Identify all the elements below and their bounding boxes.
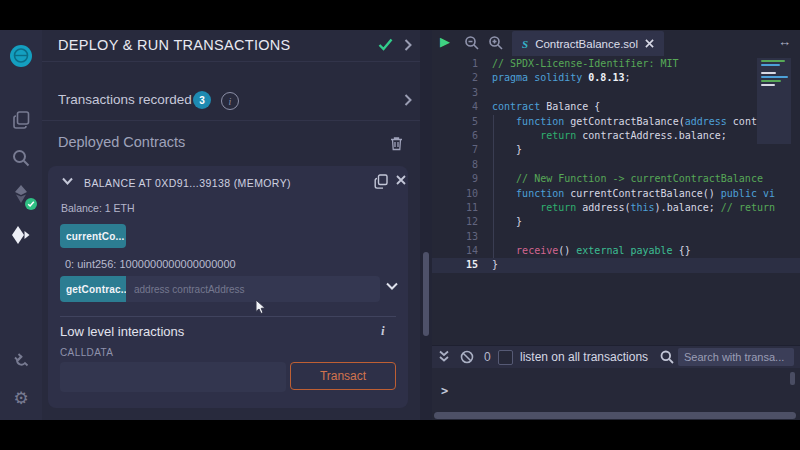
listen-transactions-label: listen on all transactions (520, 350, 648, 364)
divider (42, 61, 420, 62)
terminal-toolbar: 0 listen on all transactions (432, 345, 800, 369)
remix-logo[interactable] (0, 40, 42, 74)
panel-header: DEPLOY & RUN TRANSACTIONS (42, 30, 420, 61)
compiled-check-badge (25, 198, 37, 210)
tab-label: ContractBalance.sol (535, 38, 638, 50)
plugin-manager-icon[interactable] (0, 348, 42, 372)
chevron-down-icon[interactable] (386, 282, 398, 290)
code-lines[interactable]: 1// SPDX-License-Identifier: MIT2pragma … (432, 57, 800, 273)
code-line[interactable]: 11 return address(this).balance; // retu… (432, 201, 800, 215)
listen-transactions-checkbox[interactable] (498, 350, 513, 365)
panel-title: DEPLOY & RUN TRANSACTIONS (58, 37, 291, 53)
solidity-compiler-icon[interactable] (0, 182, 42, 208)
line-number: 3 (432, 86, 492, 100)
chevron-right-icon[interactable] (404, 39, 412, 51)
terminal-prompt: > (441, 384, 448, 398)
contract-balance-label: Balance: 1 ETH (61, 202, 135, 214)
divider (42, 120, 420, 121)
settings-gear-icon[interactable]: ⚙ (0, 386, 42, 410)
calldata-input[interactable] (60, 362, 286, 392)
code-line[interactable]: 6 return contractAddress.balance; (432, 129, 800, 143)
line-number: 8 (432, 158, 492, 172)
panel-scrollbar-thumb[interactable] (423, 252, 429, 336)
code-line[interactable]: 5 function getContractBalance(address co… (432, 115, 800, 129)
line-number: 1 (432, 57, 492, 71)
tab-contractbalance-sol[interactable]: S ContractBalance.sol (512, 31, 664, 56)
transactions-recorded-row[interactable]: Transactions recorded 3 i (42, 82, 420, 120)
deploy-run-panel: DEPLOY & RUN TRANSACTIONS Transactions r… (42, 30, 420, 416)
pending-transactions-count: 0 (484, 350, 491, 364)
code-line[interactable]: 3 (432, 86, 800, 100)
info-icon[interactable]: i (381, 323, 385, 339)
transact-button[interactable]: Transact (290, 362, 396, 390)
copy-icon[interactable] (374, 174, 388, 189)
line-number: 9 (432, 172, 492, 186)
code-line[interactable]: 14 receive() external payable {} (432, 244, 800, 258)
search-icon[interactable] (0, 146, 42, 170)
chevron-right-icon[interactable] (404, 94, 412, 106)
transactions-recorded-label: Transactions recorded (58, 92, 192, 107)
code-line[interactable]: 8 (432, 158, 800, 172)
zoom-in-icon[interactable] (488, 35, 504, 51)
current-contract-balance-button[interactable]: currentCo... (60, 224, 126, 248)
function-output-value: 0: uint256: 1000000000000000000 (65, 258, 236, 270)
editor-pane: ▶ S ContractBalance.sol (432, 30, 800, 420)
contract-address-input[interactable] (126, 276, 380, 302)
line-number: 14 (432, 244, 492, 258)
trash-icon[interactable] (390, 136, 403, 151)
chevron-down-icon[interactable] (62, 177, 73, 185)
minimap[interactable] (757, 58, 791, 144)
transactions-count-badge: 3 (193, 91, 211, 109)
code-line[interactable]: 1// SPDX-License-Identifier: MIT (432, 57, 800, 71)
double-chevron-down-icon[interactable] (438, 350, 450, 363)
line-number: 4 (432, 100, 492, 114)
tab-close-icon[interactable] (645, 39, 654, 48)
get-contract-balance-row: getContrac... (60, 276, 380, 302)
code-line[interactable]: 12 } (432, 215, 800, 229)
line-number: 12 (432, 215, 492, 229)
code-line[interactable]: 7 } (432, 143, 800, 157)
solidity-file-icon: S (522, 38, 528, 50)
line-number: 15 (432, 258, 492, 272)
editor-toolbar: ▶ S ContractBalance.sol (432, 30, 800, 56)
play-icon[interactable]: ▶ (440, 34, 450, 49)
code-line[interactable]: 10 function currentContractBalance() pub… (432, 187, 800, 201)
divider (60, 316, 396, 317)
zoom-out-icon[interactable] (464, 35, 480, 51)
terminal-body[interactable]: > (432, 368, 800, 412)
block-icon[interactable] (460, 350, 474, 364)
line-number: 7 (432, 143, 492, 157)
resize-horizontal-icon[interactable]: ↔ (778, 34, 791, 49)
contract-instance-title[interactable]: BALANCE AT 0XD91...39138 (MEMORY) (84, 177, 291, 189)
code-line[interactable]: 13 (432, 230, 800, 244)
mouse-cursor (254, 299, 268, 315)
code-line[interactable]: 4contract Balance { (432, 100, 800, 114)
code-line[interactable]: 15} (432, 258, 800, 272)
deploy-run-icon[interactable] (0, 222, 42, 248)
screen: ⚙ DEPLOY & RUN TRANSACTIONS Transactions… (0, 0, 800, 450)
calldata-label: CALLDATA (60, 347, 113, 358)
panel-scrollbar-track (420, 30, 432, 420)
code-line[interactable]: 2pragma solidity 0.8.13; (432, 71, 800, 85)
get-contract-balance-button[interactable]: getContrac... (60, 276, 126, 302)
code-line[interactable]: 9 // New Function -> currentContractBala… (432, 172, 800, 186)
line-number: 2 (432, 71, 492, 85)
remix-app-window: ⚙ DEPLOY & RUN TRANSACTIONS Transactions… (0, 30, 800, 420)
deployed-contracts-heading: Deployed Contracts (58, 134, 185, 150)
deployed-contract-card: BALANCE AT 0XD91...39138 (MEMORY) Balanc… (48, 166, 408, 408)
line-number: 13 (432, 230, 492, 244)
line-number: 10 (432, 187, 492, 201)
info-icon[interactable]: i (221, 92, 239, 110)
line-number: 6 (432, 129, 492, 143)
terminal-search-input[interactable] (678, 348, 794, 366)
horizontal-scrollbar-thumb[interactable] (434, 412, 796, 419)
icon-sidebar: ⚙ (0, 30, 42, 420)
line-number: 11 (432, 201, 492, 215)
low-level-interactions-title: Low level interactions (60, 324, 184, 339)
search-icon (660, 350, 674, 364)
close-icon[interactable] (396, 175, 406, 185)
success-check-icon (378, 38, 393, 51)
terminal-scrollbar-thumb[interactable] (790, 372, 795, 385)
file-explorer-icon[interactable] (0, 108, 42, 132)
line-number: 5 (432, 115, 492, 129)
